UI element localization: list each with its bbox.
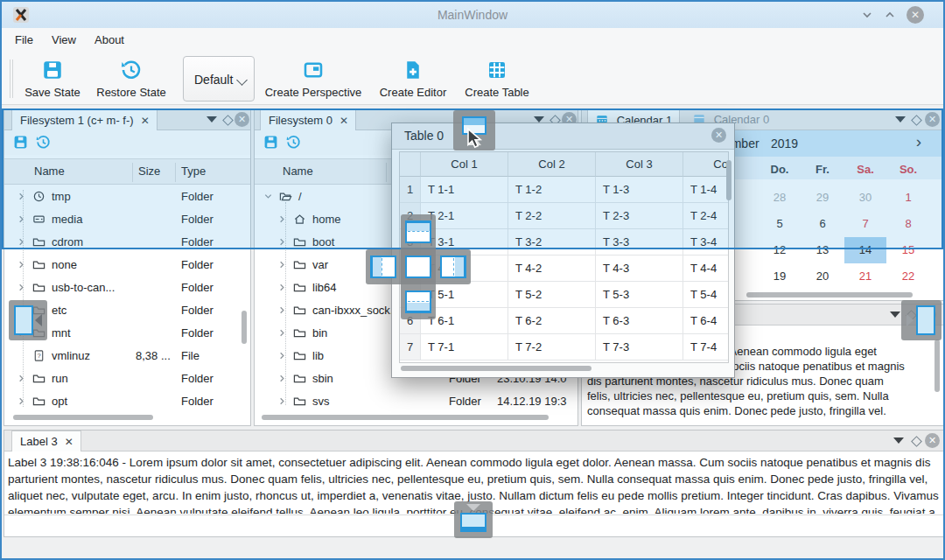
table-cell[interactable]: T 5-4 — [683, 282, 729, 308]
tree-item-name: lib — [312, 349, 324, 362]
chevron-collapsed-icon[interactable] — [277, 351, 287, 360]
tree-item-name: can-ibxxx_sock. — [312, 304, 393, 317]
table-cell[interactable]: T 6-4 — [683, 308, 729, 334]
table-cell[interactable]: T 7-4 — [683, 334, 729, 360]
create-perspective-button[interactable]: Create Perspective — [262, 56, 365, 102]
table-cell[interactable]: T 5-2 — [508, 282, 596, 308]
close-icon[interactable]: ✕ — [906, 6, 924, 24]
calendar-day[interactable]: 21 — [844, 263, 886, 290]
create-perspective-label: Create Perspective — [262, 86, 365, 99]
dock-bottom-indicator-icon[interactable] — [454, 501, 493, 538]
window-title: MainWindow — [2, 8, 943, 22]
calendar-day[interactable]: 19 — [759, 263, 801, 290]
menu-about[interactable]: About — [94, 33, 124, 46]
panel-close-icon[interactable]: ✕ — [925, 433, 940, 448]
vertical-scrollbar[interactable] — [242, 311, 247, 344]
perspective-combobox[interactable]: Default — [183, 56, 255, 102]
tree-row[interactable]: svsFolder14.12.19 19:3 — [255, 390, 578, 413]
chevron-collapsed-icon[interactable] — [17, 260, 26, 270]
tree-item-type: Folder — [181, 372, 214, 385]
chevron-collapsed-icon[interactable] — [277, 260, 287, 270]
table-cell[interactable]: T 4-4 — [683, 256, 729, 282]
tab-close-icon[interactable]: ✕ — [65, 436, 74, 448]
horizontal-scrollbar[interactable] — [13, 415, 153, 420]
horizontal-scrollbar[interactable] — [746, 292, 913, 298]
chevron-down-icon — [236, 74, 248, 86]
chevron-collapsed-icon[interactable] — [277, 374, 287, 383]
horizontal-scrollbar[interactable] — [401, 366, 592, 371]
tree-row[interactable]: usb-to-can...Folder — [4, 276, 250, 299]
tree-item-name: svs — [312, 395, 330, 408]
chevron-collapsed-icon[interactable] — [17, 374, 26, 383]
folder-icon — [32, 372, 46, 385]
calendar-day[interactable]: 22 — [887, 263, 929, 290]
maximize-icon[interactable] — [884, 9, 898, 23]
chevron-collapsed-icon[interactable] — [277, 396, 287, 406]
create-perspective-icon — [303, 60, 324, 80]
main-window: MainWindow ✕ File View About Save State … — [0, 0, 945, 560]
tree-item-name: mnt — [52, 326, 71, 340]
table-cell[interactable]: T 5-3 — [596, 282, 683, 308]
tab-label3[interactable]: Label 3✕ — [11, 430, 81, 452]
dock-split-right-icon[interactable] — [440, 256, 466, 278]
arrow-left-icon — [35, 314, 42, 326]
tree-item-name: etc — [52, 304, 66, 317]
tree-item-type: Folder — [181, 395, 214, 408]
chevron-collapsed-icon[interactable] — [277, 328, 287, 338]
dock-right-indicator-icon[interactable] — [901, 300, 942, 340]
panel-label3-titlebar[interactable]: Label 3✕ ✕ — [4, 430, 944, 452]
save-state-button[interactable]: Save State — [19, 56, 86, 102]
calendar-day[interactable]: 20 — [802, 263, 844, 290]
tree-row[interactable]: ?vmlinuz8,38 ...File — [4, 345, 250, 368]
tree-item-name: vmlinuz — [52, 349, 90, 362]
table-cell[interactable]: T 4-3 — [596, 256, 683, 282]
main-toolbar: Save State Restore State Default Create … — [2, 52, 943, 105]
table-cell[interactable]: T 4-2 — [508, 256, 596, 282]
restore-state-button[interactable]: Restore State — [91, 56, 172, 102]
tree-row[interactable]: noneFolder — [4, 254, 250, 276]
table-cell[interactable]: T 6-3 — [596, 308, 683, 334]
table-cell[interactable]: T 7-2 — [508, 334, 596, 360]
toolbar-handle[interactable] — [12, 60, 13, 98]
tree-item-type: Folder — [449, 395, 481, 408]
create-table-button[interactable]: Create Table — [458, 56, 536, 102]
minimize-icon[interactable] — [861, 9, 875, 23]
chevron-collapsed-icon[interactable] — [17, 396, 26, 406]
dock-left-indicator-icon[interactable] — [9, 300, 47, 340]
restore-icon — [121, 60, 142, 80]
tree-item-name: run — [52, 372, 68, 385]
tree-item-name: bin — [312, 326, 327, 340]
tree-row[interactable]: optFolder — [4, 390, 250, 413]
menu-file[interactable]: File — [15, 33, 33, 46]
text-line: felis, ultricies nec, pellentesque eu, p… — [587, 388, 932, 403]
dock-split-left-icon[interactable] — [370, 256, 396, 278]
horizontal-scrollbar[interactable] — [262, 415, 549, 420]
arrow-down-icon — [466, 504, 480, 511]
create-editor-icon — [402, 60, 424, 80]
window-titlebar[interactable]: MainWindow ✕ — [2, 2, 943, 28]
dock-split-bottom-icon[interactable] — [405, 290, 431, 313]
tree-row[interactable]: runFolder — [4, 368, 250, 390]
menu-view[interactable]: View — [52, 33, 76, 46]
panel-menu-icon[interactable] — [893, 438, 904, 444]
panel-menu-icon[interactable] — [890, 312, 900, 318]
table-row-header[interactable]: 7 — [400, 334, 421, 360]
create-editor-button[interactable]: Create Editor — [373, 56, 453, 102]
tree-item-name: usb-to-can... — [52, 281, 115, 294]
toolbar-handle[interactable] — [10, 60, 10, 98]
table-cell[interactable]: T 6-2 — [508, 308, 596, 334]
table-cell[interactable]: T 7-3 — [596, 334, 683, 360]
folder-icon — [32, 395, 46, 408]
folder-icon — [293, 258, 306, 271]
dock-center-tab-icon[interactable] — [405, 256, 431, 278]
chevron-collapsed-icon[interactable] — [17, 283, 26, 292]
vertical-scrollbar[interactable] — [934, 340, 940, 392]
folder-icon — [293, 304, 306, 317]
table-cell[interactable]: T 7-1 — [421, 334, 508, 360]
chevron-collapsed-icon[interactable] — [277, 283, 287, 292]
file-icon: ? — [32, 349, 46, 362]
tree-item-name: lib64 — [312, 281, 336, 294]
panel-float-icon[interactable] — [911, 436, 922, 447]
dock-split-top-icon[interactable] — [405, 220, 431, 243]
chevron-collapsed-icon[interactable] — [277, 305, 287, 315]
